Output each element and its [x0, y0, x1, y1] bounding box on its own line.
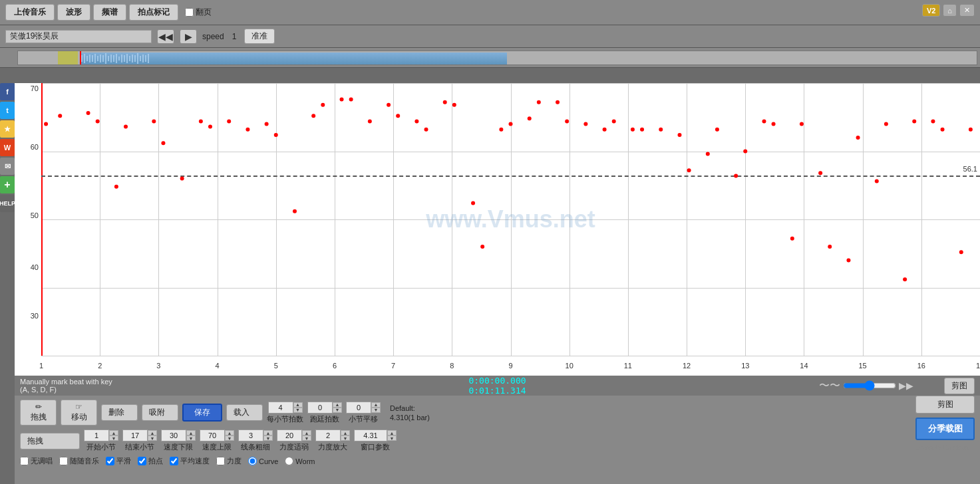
end-bar-input[interactable]: 17 — [122, 429, 148, 441]
speed-min-up[interactable]: ▲ — [186, 430, 196, 435]
beats-per-bar-down[interactable]: ▼ — [293, 408, 303, 413]
mail-button[interactable]: ✉ — [0, 158, 15, 175]
avg-speed-checkbox[interactable] — [170, 457, 178, 465]
force-min-label: 力度适弱 — [279, 442, 309, 452]
clip-right-button[interactable]: 剪图 — [915, 396, 975, 414]
delete-button[interactable]: 删除 — [101, 404, 138, 421]
svg-point-63 — [612, 119, 616, 123]
home-button[interactable]: ⌂ — [943, 4, 957, 17]
avg-speed-label: 平均速度 — [170, 456, 210, 466]
curve-radio[interactable] — [248, 457, 257, 465]
svg-rect-4 — [92, 55, 93, 62]
speed-max-input[interactable]: 70 — [200, 429, 225, 441]
start-bar-input[interactable]: 1 — [84, 429, 109, 441]
svg-rect-20 — [134, 55, 136, 62]
prev-button[interactable]: ◀◀ — [157, 29, 174, 44]
line-thin-up[interactable]: ▲ — [263, 430, 273, 435]
flip-label: 翻页 — [196, 7, 212, 18]
force-min-down[interactable]: ▼ — [302, 435, 311, 441]
wave-control: 〜〜 ▶▶ — [819, 379, 913, 393]
spectrum-button[interactable]: 频谱 — [93, 4, 126, 21]
close-button[interactable]: ✕ — [959, 4, 975, 17]
flip-checkbox[interactable] — [185, 8, 194, 17]
play-button[interactable]: ▶ — [180, 29, 197, 44]
force-min-up[interactable]: ▲ — [302, 430, 311, 435]
absorb-button[interactable]: 吸附 — [142, 404, 178, 421]
svg-rect-19 — [132, 55, 133, 62]
force-amp-up[interactable]: ▲ — [341, 430, 350, 435]
bar-move-up[interactable]: ▲ — [371, 402, 381, 408]
waveform-button[interactable]: 波形 — [57, 4, 90, 21]
facebook-button[interactable]: f — [0, 83, 15, 100]
worm-radio-label: Worm — [285, 457, 315, 465]
beat-offset-down[interactable]: ▼ — [333, 408, 342, 413]
force-amp-input[interactable]: 2 — [315, 429, 341, 441]
upload-music-button[interactable]: 上传音乐 — [5, 4, 55, 21]
worm-radio[interactable] — [285, 457, 293, 465]
clip-button[interactable]: 剪图 — [944, 378, 975, 394]
force-checkbox[interactable] — [216, 457, 225, 465]
window-param-up[interactable]: ▲ — [387, 430, 397, 435]
twitter-button[interactable]: t — [0, 102, 15, 119]
svg-point-75 — [790, 237, 794, 241]
force-min-input[interactable]: 20 — [277, 429, 302, 441]
speed-max-up[interactable]: ▲ — [225, 430, 234, 435]
random-music-text: 随随音乐 — [70, 456, 99, 466]
y-label-60: 60 — [31, 143, 39, 151]
split-view-button[interactable]: 分季载图 — [915, 418, 975, 440]
confirm-button[interactable]: 准准 — [244, 29, 275, 44]
load-button[interactable]: 载入 — [226, 404, 263, 421]
save-button[interactable]: 保存 — [182, 404, 222, 422]
file-name-input[interactable]: 笑傲19张昊辰 — [5, 30, 152, 43]
svg-point-74 — [772, 122, 776, 126]
random-music-checkbox[interactable] — [59, 457, 68, 465]
star-button[interactable]: ★ — [0, 120, 15, 138]
svg-point-39 — [265, 122, 269, 126]
no-pitch-checkbox[interactable] — [20, 457, 29, 465]
weibo-button[interactable]: W — [0, 139, 15, 156]
plus-button[interactable]: + — [0, 176, 15, 193]
speed-force-button[interactable]: 拖拽 — [20, 433, 80, 449]
beats-per-bar-up[interactable]: ▲ — [293, 402, 303, 408]
control-row-2: 拖拽 1 ▲ ▼ 开始小节 17 ▲ ▼ 结束小节 — [20, 429, 975, 452]
speed-min-down[interactable]: ▼ — [186, 435, 196, 441]
mini-waveform-svg — [81, 53, 507, 64]
beat-point-checkbox[interactable] — [138, 457, 146, 465]
start-bar-up[interactable]: ▲ — [109, 430, 118, 435]
bar-move-input[interactable]: 0 — [346, 402, 371, 414]
force-min-group: 20 ▲ ▼ 力度适弱 — [277, 429, 311, 452]
svg-point-69 — [706, 152, 710, 156]
bar-move-down[interactable]: ▼ — [371, 408, 381, 413]
force-amp-down[interactable]: ▼ — [341, 435, 350, 441]
drag-button[interactable]: ✏ 拖拽 — [20, 400, 57, 425]
chart-inner[interactable]: 56.1 www.Vmus.net — [41, 83, 980, 356]
y-axis: 70 60 50 40 30 — [15, 83, 41, 356]
svg-rect-24 — [145, 55, 146, 62]
beat-offset-input[interactable]: 0 — [307, 402, 333, 414]
beat-offset-up[interactable]: ▲ — [333, 402, 342, 408]
end-bar-up[interactable]: ▲ — [148, 430, 157, 435]
time-display: 0:00:00.000 0:01:11.314 — [468, 376, 526, 396]
speed-max-down[interactable]: ▼ — [225, 435, 234, 441]
v2-button[interactable]: V2 — [922, 4, 940, 17]
move-icon: ☞ — [75, 402, 82, 412]
beats-per-bar-input[interactable]: 4 — [268, 402, 293, 414]
svg-point-73 — [762, 119, 766, 123]
help-button[interactable]: HELP — [0, 195, 15, 212]
svg-point-61 — [583, 122, 587, 126]
smooth-checkbox[interactable] — [106, 457, 114, 465]
wave-slider[interactable] — [843, 380, 896, 391]
beat-mark-button[interactable]: 拍点标记 — [129, 4, 178, 21]
start-bar-down[interactable]: ▼ — [109, 435, 118, 441]
line-thin-down[interactable]: ▼ — [263, 435, 273, 441]
end-bar-down[interactable]: ▼ — [148, 435, 157, 441]
speed-min-input[interactable]: 30 — [161, 429, 186, 441]
default-value: 4.310(1 bar) — [390, 414, 430, 422]
line-thin-input[interactable]: 3 — [238, 429, 263, 441]
speed-value: 1 — [232, 32, 237, 41]
waveform-timeline[interactable] — [17, 51, 977, 65]
beat-offset-group: 0 ▲ ▼ 跑廷拍数 — [307, 402, 342, 424]
move-button[interactable]: ☞ 移动 — [61, 400, 97, 425]
window-param-input[interactable]: 4.31 — [354, 429, 387, 441]
window-param-down[interactable]: ▼ — [387, 435, 397, 441]
